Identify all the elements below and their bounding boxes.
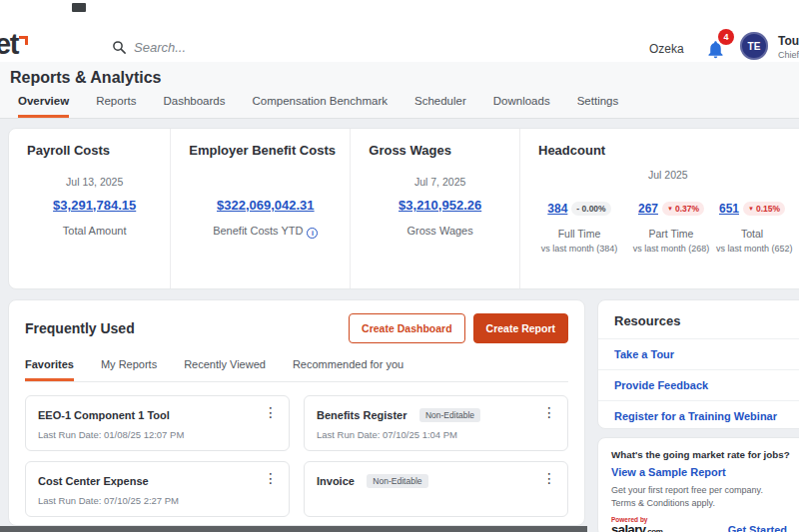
stat-card-employer-benefit-costs: Employer Benefit Costs $322,069,042.31 B…: [170, 129, 350, 288]
stat-title: Payroll Costs: [27, 143, 162, 158]
market-rate-promo-panel: What's the going market rate for jobs? V…: [597, 437, 799, 532]
report-card-grid: EEO-1 Component 1 Tool ⋮ Last Run Date: …: [25, 395, 568, 517]
change-value: 0.15%: [756, 204, 780, 214]
app-window: et Ozeka 4 TE Tou Chief Eco Reports & An…: [0, 0, 799, 532]
total-change-pill: ▼0.15%: [743, 202, 785, 216]
report-card[interactable]: Cost Center Expense ⋮ Last Run Date: 07/…: [25, 461, 290, 517]
frequently-used-panel: Frequently Used Create Dashboard Create …: [8, 299, 585, 526]
stat-card-payroll-costs: Payroll Costs Jul 13, 2025 $3,291,784.15…: [9, 129, 170, 288]
tab-compensation-benchmark[interactable]: Compensation Benchmark: [252, 95, 388, 118]
non-editable-badge: Non-Editable: [419, 408, 480, 422]
kebab-menu-icon[interactable]: ⋮: [264, 405, 278, 420]
report-name: Cost Center Expense: [38, 475, 149, 487]
stat-label: Total Amount: [27, 225, 162, 237]
payroll-costs-amount-link[interactable]: $3,291,784.15: [53, 198, 136, 213]
provide-feedback-link[interactable]: Provide Feedback: [598, 369, 799, 400]
report-name: EEO-1 Component 1 Tool: [38, 409, 170, 421]
metric-label: Total: [716, 228, 788, 240]
resources-panel: Resources Take a Tour Provide Feedback R…: [597, 299, 799, 429]
metric-comparison: vs last month (268): [628, 244, 714, 254]
brand-tld: .com: [646, 527, 663, 532]
tab-my-reports[interactable]: My Reports: [101, 358, 157, 381]
search-input[interactable]: [134, 36, 354, 58]
total-value-link[interactable]: 651: [719, 202, 739, 216]
notifications-button[interactable]: 4: [705, 35, 739, 63]
metric-comparison: vs last month (384): [540, 244, 618, 254]
stat-date-spacer: [189, 176, 342, 191]
down-triangle-icon: ▼: [748, 206, 754, 212]
stat-label-text: Benefit Costs YTD: [213, 225, 303, 237]
tab-reports[interactable]: Reports: [96, 95, 136, 118]
create-report-button[interactable]: Create Report: [473, 313, 568, 343]
headcount-total: 651 ▼0.15% Total vs last month (652): [716, 202, 788, 254]
part-time-value-link[interactable]: 267: [638, 202, 658, 216]
promo-body: Get your first report free per company. …: [611, 484, 787, 509]
take-a-tour-link[interactable]: Take a Tour: [598, 338, 799, 369]
salary-com-logo: Powered by salary.com: [611, 516, 662, 532]
kebab-menu-icon[interactable]: ⋮: [542, 471, 556, 486]
user-role: Chief Eco: [778, 50, 799, 60]
app-logo: et: [0, 28, 28, 61]
non-editable-badge: Non-Editable: [367, 474, 427, 488]
headcount-part-time: 267 ▼0.37% Part Time vs last month (268): [628, 202, 714, 254]
tab-dashboards[interactable]: Dashboards: [163, 95, 225, 118]
headcount-date: Jul 2025: [648, 169, 688, 181]
metric-comparison: vs last month (652): [716, 244, 788, 254]
frequently-used-tab-bar: Favorites My Reports Recently Viewed Rec…: [25, 358, 568, 382]
bottom-window-edge: [0, 526, 587, 532]
report-card[interactable]: Benefits Register Non-Editable ⋮ Last Ru…: [304, 395, 568, 451]
tab-favorites[interactable]: Favorites: [25, 358, 74, 381]
report-name: Invoice: [317, 475, 355, 487]
stat-label: Gross Wages: [369, 225, 511, 237]
stat-title: Headcount: [538, 143, 792, 158]
avatar[interactable]: TE: [740, 32, 768, 60]
stat-date: Jul 7, 2025: [369, 176, 511, 191]
tab-recommended-for-you[interactable]: Recommended for you: [293, 358, 403, 381]
stat-title: Gross Wages: [369, 143, 511, 158]
kebab-menu-icon[interactable]: ⋮: [542, 405, 556, 420]
report-name: Benefits Register: [317, 409, 406, 421]
get-started-link[interactable]: Get Started: [728, 524, 787, 532]
metric-label: Part Time: [628, 228, 714, 240]
change-value: 0.37%: [675, 204, 699, 214]
brand-name: salary: [611, 522, 646, 532]
tab-settings[interactable]: Settings: [577, 95, 619, 118]
tab-recently-viewed[interactable]: Recently Viewed: [184, 358, 266, 381]
stat-card-gross-wages: Gross Wages Jul 7, 2025 $3,210,952.26 Gr…: [350, 129, 519, 288]
tab-overview[interactable]: Overview: [18, 95, 69, 118]
full-time-value-link[interactable]: 384: [547, 202, 567, 216]
gross-wages-amount-link[interactable]: $3,210,952.26: [399, 198, 481, 213]
report-last-run: Last Run Date: 07/10/25 2:27 PM: [38, 495, 277, 506]
window-corner-mark: [72, 3, 86, 12]
logo-bracket-icon: [19, 36, 28, 45]
page-tab-bar: Overview Reports Dashboards Compensation…: [18, 95, 618, 118]
company-name: Ozeka: [649, 42, 684, 56]
report-card[interactable]: Invoice Non-Editable ⋮: [304, 461, 568, 517]
user-menu[interactable]: Tou Chief Eco: [778, 34, 799, 60]
headcount-full-time: 384 - 0.00% Full Time vs last month (384…: [538, 202, 620, 254]
user-name: Tou: [778, 34, 799, 48]
report-last-run: Last Run Date: 01/08/25 12:07 PM: [38, 429, 277, 440]
part-time-change-pill: ▼0.37%: [662, 202, 704, 216]
report-last-run: Last Run Date: 07/10/25 1:04 PM: [317, 429, 555, 440]
stat-title: Employer Benefit Costs: [189, 143, 342, 158]
down-triangle-icon: ▼: [667, 206, 673, 212]
promo-headline: What's the going market rate for jobs?: [611, 449, 787, 460]
register-training-webinar-link[interactable]: Register for a Training Webinar: [598, 400, 799, 431]
view-sample-report-link[interactable]: View a Sample Report: [611, 466, 787, 478]
resources-title: Resources: [598, 300, 799, 338]
tab-scheduler[interactable]: Scheduler: [414, 95, 466, 118]
stat-card-headcount: Headcount Jul 2025 384 - 0.00% Full Time…: [519, 129, 799, 288]
benefit-costs-amount-link[interactable]: $322,069,042.31: [217, 198, 315, 213]
kebab-menu-icon[interactable]: ⋮: [264, 471, 278, 486]
search-icon[interactable]: [112, 40, 127, 55]
notification-badge: 4: [718, 29, 734, 45]
tab-downloads[interactable]: Downloads: [493, 95, 550, 118]
stat-date: Jul 13, 2025: [27, 176, 162, 191]
info-icon[interactable]: i: [307, 228, 318, 239]
stat-label: Benefit Costs YTDi: [189, 225, 342, 239]
report-card[interactable]: EEO-1 Component 1 Tool ⋮ Last Run Date: …: [25, 395, 290, 451]
create-dashboard-button[interactable]: Create Dashboard: [349, 313, 464, 343]
app-logo-text: et: [0, 28, 18, 60]
frequently-used-title: Frequently Used: [25, 320, 349, 336]
